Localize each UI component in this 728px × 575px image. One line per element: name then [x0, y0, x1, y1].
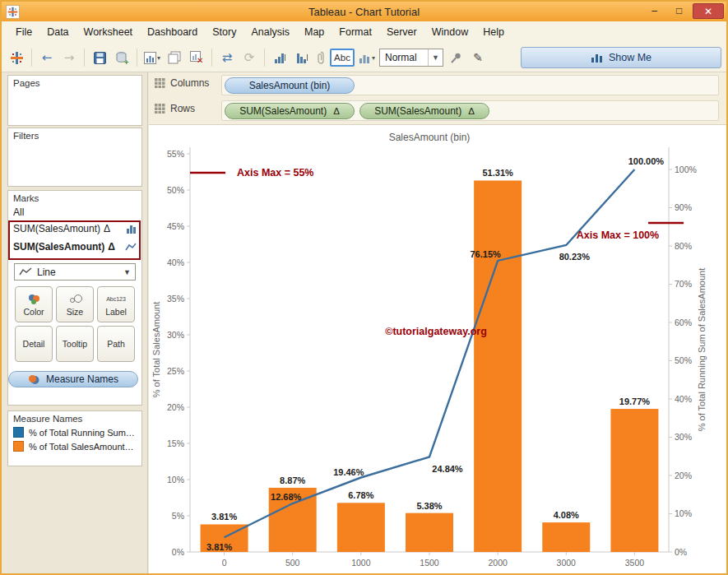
path-button[interactable]: Path: [97, 326, 135, 362]
bar-value-label: 4.08%: [554, 510, 579, 520]
minimize-button[interactable]: –: [643, 3, 665, 19]
bar-value-label: 8.87%: [280, 475, 305, 485]
right-axis-tick: 90%: [675, 202, 692, 212]
pages-shelf[interactable]: Pages: [7, 75, 142, 126]
tooltip-button[interactable]: Tooltip: [56, 326, 94, 362]
measure-names-legend: Measure Names % of Total Running Sum… % …: [7, 410, 142, 466]
marks-buttons: Color Size Abc 123 Label Detail: [8, 286, 141, 362]
size-button[interactable]: Size: [56, 286, 94, 322]
pages-title: Pages: [8, 76, 141, 90]
bar-value-label: 19.77%: [619, 396, 651, 406]
filters-shelf[interactable]: Filters: [7, 128, 142, 187]
paperclip-icon[interactable]: [314, 47, 327, 68]
marks-field-line[interactable]: SUM(SalesAmount) Δ: [8, 238, 141, 256]
x-axis-tick: 1500: [420, 558, 439, 568]
measure-names-icon: [28, 374, 39, 385]
duplicate-sheet-icon[interactable]: [165, 47, 184, 68]
left-axis-tick: 5%: [172, 511, 184, 521]
marks-all-tab[interactable]: All: [8, 205, 141, 220]
bar-value-label: 3.81%: [211, 512, 237, 522]
chevron-down-icon: ▼: [123, 268, 131, 276]
refresh-icon[interactable]: ⟳: [239, 47, 259, 68]
marks-card: Marks All SUM(SalesAmount) Δ SUM(SalesAm…: [7, 190, 142, 406]
chart-canvas[interactable]: SalesAmount (bin)0%5%10%15%20%25%30%35%4…: [149, 125, 728, 575]
legend-item[interactable]: % of Total SalesAmount…: [8, 439, 141, 453]
size-icon: [68, 292, 82, 306]
menu-item-server[interactable]: Server: [379, 21, 424, 44]
tableau-home-icon[interactable]: [7, 47, 26, 68]
right-axis-tick: 50%: [675, 355, 692, 365]
line-value-label: 3.81%: [206, 542, 232, 552]
label-button[interactable]: Abc 123 Label: [97, 286, 135, 322]
sort-descending-icon[interactable]: [292, 47, 312, 68]
show-me-button[interactable]: Show Me: [521, 47, 721, 68]
table-calc-delta-icon: Δ: [468, 106, 475, 116]
bar-mark[interactable]: [474, 180, 522, 552]
bar-mark[interactable]: [610, 409, 658, 552]
rows-shelf: Rows SUM(SalesAmount) Δ SUM(SalesAmount)…: [149, 98, 726, 123]
right-axis-tick: 100%: [675, 165, 697, 174]
chart-area: SalesAmount (bin)0%5%10%15%20%25%30%35%4…: [149, 124, 726, 573]
marks-title: Marks: [8, 191, 141, 205]
pill-sum-salesamount-2[interactable]: SUM(SalesAmount) Δ: [359, 103, 489, 119]
worksheet-area: Columns SalesAmount (bin) Rows SUM(Sales…: [149, 72, 726, 573]
undo-icon[interactable]: ←: [37, 47, 57, 68]
pill-label: SUM(SalesAmount): [239, 105, 327, 117]
fit-dropdown[interactable]: Normal ▼: [379, 49, 443, 67]
pill-salesamount-bin[interactable]: SalesAmount (bin): [225, 77, 355, 94]
swap-rows-columns-icon[interactable]: ⇄: [217, 47, 237, 68]
columns-shelf-well[interactable]: SalesAmount (bin): [221, 75, 719, 95]
svg-text:+: +: [124, 58, 128, 65]
maximize-button[interactable]: □: [668, 3, 690, 19]
pill-sum-salesamount-1[interactable]: SUM(SalesAmount) Δ: [225, 103, 355, 119]
right-axis-tick: 80%: [675, 241, 692, 251]
show-mark-labels-button[interactable]: Abc: [330, 49, 355, 67]
menu-item-format[interactable]: Format: [332, 21, 379, 44]
columns-shelf-icon: [155, 78, 165, 88]
watermark-text: ©tutorialgateway.org: [385, 326, 487, 337]
menu-item-map[interactable]: Map: [297, 21, 332, 44]
mark-type-dropdown[interactable]: Line ▼: [14, 263, 136, 281]
bar-mark[interactable]: [406, 513, 453, 552]
right-axis-tick: 20%: [675, 471, 692, 480]
highlight-icon[interactable]: ✎: [468, 47, 488, 68]
path-button-label: Path: [107, 339, 125, 349]
title-bar: Tableau - Chart Tutorial – □ ✕: [2, 2, 726, 21]
bar-mark[interactable]: [337, 503, 385, 552]
label-button-label: Label: [105, 307, 127, 317]
detail-button-label: Detail: [23, 339, 45, 349]
x-axis-tick: 0: [222, 558, 227, 568]
menu-item-file[interactable]: File: [8, 21, 39, 44]
menu-item-dashboard[interactable]: Dashboard: [140, 21, 205, 44]
save-icon[interactable]: [90, 47, 109, 68]
sort-ascending-icon[interactable]: [270, 47, 290, 68]
totals-icon[interactable]: ▾: [357, 47, 377, 68]
bar-chart-icon: [126, 224, 137, 234]
measure-names-pill[interactable]: Measure Names: [8, 371, 138, 387]
rows-shelf-well[interactable]: SUM(SalesAmount) Δ SUM(SalesAmount) Δ: [221, 100, 719, 121]
new-worksheet-icon[interactable]: ▾: [142, 47, 162, 68]
menu-item-window[interactable]: Window: [424, 21, 475, 44]
bar-mark[interactable]: [542, 522, 590, 552]
left-axis-tick: 40%: [167, 257, 184, 267]
menu-item-data[interactable]: Data: [39, 21, 76, 44]
legend-item[interactable]: % of Total Running Sum…: [8, 425, 141, 439]
menu-bar: File Data Worksheet Dashboard Story Anal…: [2, 21, 726, 44]
menu-item-help[interactable]: Help: [475, 21, 512, 44]
clear-sheet-icon[interactable]: ✕: [187, 47, 206, 68]
tooltip-button-label: Tooltip: [63, 339, 87, 349]
marks-field-bar[interactable]: SUM(SalesAmount) Δ: [8, 220, 141, 238]
menu-item-worksheet[interactable]: Worksheet: [77, 21, 141, 44]
rows-shelf-icon: [155, 104, 165, 114]
menu-item-story[interactable]: Story: [205, 21, 243, 44]
filters-title: Filters: [8, 128, 141, 142]
fix-axes-pin-icon[interactable]: [446, 47, 466, 68]
redo-icon[interactable]: →: [59, 47, 79, 68]
color-button[interactable]: Color: [15, 286, 53, 322]
legend-item-label: % of Total Running Sum…: [29, 428, 135, 438]
add-data-source-icon[interactable]: +: [112, 47, 132, 68]
menu-item-analysis[interactable]: Analysis: [243, 21, 297, 44]
detail-button[interactable]: Detail: [15, 326, 53, 362]
close-button[interactable]: ✕: [693, 3, 724, 19]
abc-123-icon: Abc 123: [106, 292, 126, 306]
